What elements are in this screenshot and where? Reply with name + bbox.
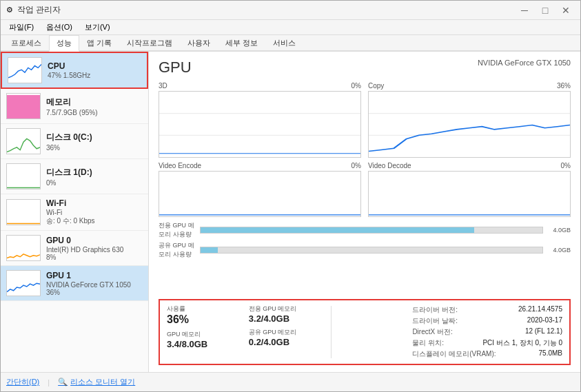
chart-3d-area [159, 91, 361, 158]
stats-dedicated: 전용 GPU 메모리 3.2/4.0GB 공유 GPU 메모리 0.2/4.0G… [249, 305, 324, 360]
sidebar-item-gpu1[interactable]: GPU 1 NVIDIA GeForce GTX 1050 36% [1, 266, 148, 301]
disk0-name: 디스크 0(C:) [46, 132, 143, 143]
stats-usage: 사용률 36% GPU 메모리 3.4/8.0GB [167, 305, 242, 360]
task-manager-window: ⚙ 작업 관리자 ─ □ ✕ 파일(F) 옵션(O) 보기(V) 프로세스 성능… [0, 0, 581, 392]
shared-mem-max: 4.0GB [543, 247, 571, 254]
gpu0-name: GPU 0 [46, 236, 143, 245]
title-controls: ─ □ ✕ [516, 3, 575, 17]
compact-link[interactable]: 간단히(D) [6, 377, 39, 387]
chart-copy-label: Copy 36% [368, 82, 571, 90]
vram-row: 디스플레이 메모리(VRAM): 75.0MB [412, 349, 562, 360]
disk0-info: 디스크 0(C:) 36% [46, 132, 143, 152]
menu-view[interactable]: 보기(V) [79, 21, 116, 34]
memory-info: 메모리 7.5/7.9GB (95%) [46, 96, 143, 116]
gpu-mem-value: 3.4/8.0GB [167, 339, 242, 349]
driver-date-row: 드라이버 날짜: 2020-03-17 [412, 316, 562, 327]
menu-bar: 파일(F) 옵션(O) 보기(V) [1, 20, 580, 35]
panel-subtitle: NVIDIA GeForce GTX 1050 [478, 59, 571, 67]
slot-label: 물리 위치: [412, 338, 460, 348]
disk0-graph [6, 128, 41, 154]
stats-separator [331, 306, 406, 358]
usage-label: 사용률 [167, 305, 242, 313]
chart-decode-label: Video Decode 0% [368, 162, 571, 169]
chart-video-encode: Video Encode 0% [159, 162, 361, 217]
tab-users[interactable]: 사용자 [180, 35, 218, 50]
title-bar-left: ⚙ 작업 관리자 [6, 4, 61, 16]
stats-info: 드라이버 버전: 26.21.14.4575 드라이버 날짜: 2020-03-… [412, 305, 562, 360]
chart-encode-area [159, 171, 361, 217]
close-button[interactable]: ✕ [557, 3, 575, 17]
bottom-bar: 간단히(D) | 🔍 리소스 모니터 열기 [1, 372, 580, 391]
tab-details[interactable]: 세부 정보 [218, 35, 265, 50]
tab-app-history[interactable]: 앱 기록 [79, 35, 119, 50]
directx-value: 12 (FL 12.1) [525, 327, 562, 337]
driver-date-label: 드라이버 날짜: [412, 316, 460, 326]
separator: | [48, 378, 50, 386]
gpu0-graph [6, 235, 41, 261]
sidebar: CPU 47% 1.58GHz 메모리 7.5/7.9GB (95%) [1, 52, 149, 372]
wifi-graph [6, 199, 41, 225]
memory-name: 메모리 [46, 96, 143, 108]
dedicated-mem-track [200, 227, 543, 234]
gpu1-name: GPU 1 [46, 271, 143, 280]
gpu0-pct: 8% [46, 254, 143, 261]
shared-mem-stat-value: 0.2/4.0GB [249, 337, 324, 347]
driver-date-value: 2020-03-17 [527, 316, 562, 326]
vram-label: 디스플레이 메모리(VRAM): [412, 349, 496, 359]
disk1-detail: 0% [46, 179, 143, 187]
shared-mem-track [200, 247, 543, 254]
minimize-button[interactable]: ─ [516, 3, 533, 17]
gpu1-detail: NVIDIA GeForce GTX 1050 [46, 281, 143, 289]
dedicated-mem-label: 전용 GPU 메모리 사용량 [159, 221, 200, 239]
sidebar-item-cpu[interactable]: CPU 47% 1.58GHz [1, 52, 148, 89]
dedicated-mem-row: 전용 GPU 메모리 사용량 4.0GB [159, 221, 571, 239]
title-bar: ⚙ 작업 관리자 ─ □ ✕ [1, 1, 580, 20]
cpu-info: CPU 47% 1.58GHz [48, 61, 141, 79]
gpu-mem-label: GPU 메모리 [167, 330, 242, 339]
memory-graph [6, 93, 41, 119]
disk1-info: 디스크 1(D:) 0% [46, 167, 143, 187]
wifi-speed: 송: 0 수: 0 Kbps [46, 216, 143, 226]
cpu-graph [8, 57, 42, 83]
main-panel: GPU NVIDIA GeForce GTX 1050 3D 0% [149, 52, 580, 372]
shared-mem-label: 공유 GPU 메모리 사용량 [159, 241, 200, 259]
chart-decode-area [368, 171, 571, 217]
resource-monitor-link[interactable]: 🔍 리소스 모니터 열기 [58, 377, 135, 387]
chart-3d-label: 3D 0% [159, 82, 361, 90]
tab-services[interactable]: 서비스 [265, 35, 303, 50]
driver-version-value: 26.21.14.4575 [518, 305, 562, 315]
panel-header: GPU NVIDIA GeForce GTX 1050 [159, 59, 571, 76]
slot-row: 물리 위치: PCI 버스 1, 장치 0, 기능 0 [412, 338, 562, 349]
chart-video-decode: Video Decode 0% [368, 162, 571, 217]
wifi-name: Wi-Fi [46, 198, 143, 208]
tab-startup[interactable]: 시작프로그램 [119, 35, 180, 50]
directx-label: DirectX 버전: [412, 327, 460, 337]
dedicated-label: 전용 GPU 메모리 [249, 305, 324, 313]
dedicated-mem-fill [201, 227, 474, 233]
gpu1-graph [6, 270, 41, 296]
menu-options[interactable]: 옵션(O) [41, 21, 78, 34]
tab-processes[interactable]: 프로세스 [3, 35, 49, 50]
sidebar-item-wifi[interactable]: Wi-Fi Wi-Fi 송: 0 수: 0 Kbps [1, 194, 148, 231]
memory-detail: 7.5/7.9GB (95%) [46, 109, 143, 116]
gpu1-info: GPU 1 NVIDIA GeForce GTX 1050 36% [46, 271, 143, 296]
chart-copy: Copy 36% [368, 82, 571, 158]
sidebar-item-disk1[interactable]: 디스크 1(D:) 0% [1, 159, 148, 194]
app-icon: ⚙ [6, 6, 13, 14]
resource-monitor-icon: 🔍 [58, 378, 68, 386]
bottom-stats-box: 사용률 36% GPU 메모리 3.4/8.0GB 전용 GPU 메모리 3.2… [159, 299, 571, 365]
wifi-detail: Wi-Fi [46, 209, 143, 216]
tab-performance[interactable]: 성능 [49, 35, 79, 52]
sidebar-item-memory[interactable]: 메모리 7.5/7.9GB (95%) [1, 89, 148, 124]
sidebar-item-gpu0[interactable]: GPU 0 Intel(R) HD Graphics 630 8% [1, 231, 148, 266]
menu-file[interactable]: 파일(F) [3, 21, 39, 34]
disk1-graph [6, 163, 41, 189]
main-content: CPU 47% 1.58GHz 메모리 7.5/7.9GB (95%) [1, 52, 580, 372]
sidebar-item-disk0[interactable]: 디스크 0(C:) 36% [1, 124, 148, 159]
maximize-button[interactable]: □ [536, 3, 554, 17]
chart-3d: 3D 0% [159, 82, 361, 158]
shared-mem-stat-label: 공유 GPU 메모리 [249, 328, 324, 337]
title-text: 작업 관리자 [17, 4, 61, 16]
disk1-name: 디스크 1(D:) [46, 167, 143, 178]
bottom-charts-row: Video Encode 0% Video Decode 0% [159, 162, 571, 217]
